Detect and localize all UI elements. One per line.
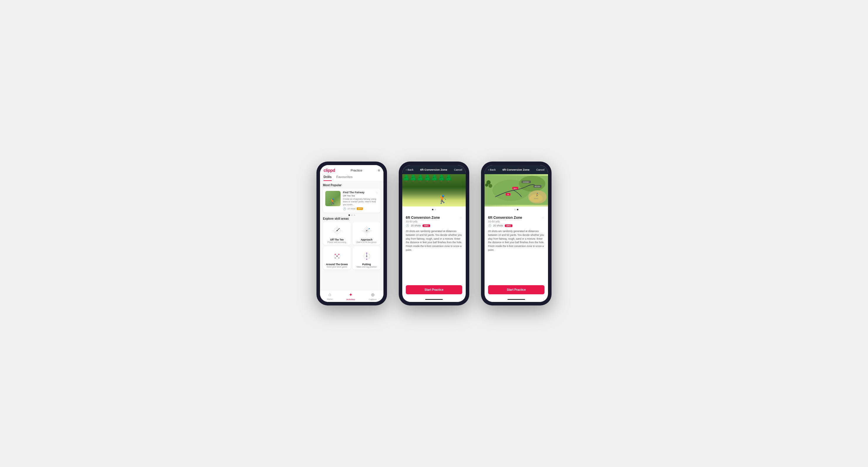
drill-title-2: 6ft Conversion Zone xyxy=(406,215,440,220)
detail-title-2: 6ft Conversion Zone xyxy=(420,168,447,171)
capture-label: Capture xyxy=(369,298,377,301)
tag-ott: OTT xyxy=(357,207,363,210)
favourite-icon[interactable]: ☆ xyxy=(375,191,378,194)
fav-icon-2[interactable]: ☆ xyxy=(460,216,462,220)
start-practice-button-3[interactable]: Start Practice xyxy=(488,285,545,294)
capture-icon: ⊕ xyxy=(371,292,375,298)
drill-yardage-2: 10-50 yds xyxy=(406,220,440,223)
svg-point-30 xyxy=(366,259,367,260)
off-tee-name: Off The Tee xyxy=(330,238,343,241)
approach-name: Approach xyxy=(361,238,373,241)
tag-arg-3: ARG xyxy=(505,224,513,227)
detail-meta-2: 🕐 20 shots ARG xyxy=(406,224,462,227)
course-map: Miss Hit FAIRWAY ROUGH SAND xyxy=(485,174,548,206)
back-chevron-icon-3: ‹ xyxy=(488,168,489,171)
svg-point-32 xyxy=(369,258,370,259)
dot-1 xyxy=(348,214,350,216)
home-label: Home xyxy=(327,298,333,300)
svg-point-37 xyxy=(519,176,546,192)
nav-home[interactable]: ⌂ Home xyxy=(327,292,333,301)
home-indicator-2 xyxy=(425,299,443,300)
back-button-3[interactable]: ‹ Back xyxy=(488,168,496,171)
nav-activities[interactable]: ✦ Activities xyxy=(346,292,355,301)
drill-meta: 🕐 10 shots OTT xyxy=(343,207,378,210)
detail-content-3: 6ft Conversion Zone 10-50 yds ☆ 🕐 20 sho… xyxy=(485,213,548,283)
skill-card-off-the-tee[interactable]: Off The Tee Power and accuracy xyxy=(323,222,351,245)
practice-title: Practice xyxy=(350,169,362,172)
drill-yardage-3: 10-50 yds xyxy=(488,220,522,223)
svg-text:ROUGH: ROUGH xyxy=(535,186,540,188)
svg-point-51 xyxy=(489,184,493,188)
tag-arg-2: ARG xyxy=(423,224,430,227)
svg-point-50 xyxy=(485,184,488,187)
drill-thumbnail: 🏌️ xyxy=(325,191,341,206)
cancel-button-2[interactable]: Cancel xyxy=(454,168,462,171)
back-label-2: Back xyxy=(408,168,413,171)
detail-dots-2 xyxy=(402,208,466,211)
phone-3-screen: ‹ Back 6ft Conversion Zone Cancel xyxy=(485,165,548,302)
around-green-desc: Hone your short game xyxy=(327,266,347,268)
drill-name: Find The Fairway xyxy=(343,191,378,194)
tab-favourites[interactable]: Favourites xyxy=(336,175,353,181)
top-bar: clippd Practice ≡ xyxy=(323,168,380,173)
drill-info: Find The Fairway Off The Tee Create an i… xyxy=(343,191,378,210)
svg-text:🏌️: 🏌️ xyxy=(535,193,539,197)
fav-icon-3[interactable]: ☆ xyxy=(542,216,545,220)
bottom-bar-3 xyxy=(485,297,548,302)
drill-desc: Create an imaginary fairway using trees … xyxy=(343,198,378,206)
svg-point-23 xyxy=(335,258,336,259)
off-tee-icon-area xyxy=(330,224,344,238)
dot-3 xyxy=(354,214,355,216)
tabs-row: Drills Favourites xyxy=(323,175,380,181)
skill-areas-title: Explore skill areas xyxy=(323,217,380,220)
golfer-icon: 🏌️ xyxy=(330,198,337,205)
phone-2-screen: ‹ Back 6ft Conversion Zone Cancel 🌲🌲🌲🌲🌲🌲… xyxy=(402,165,466,302)
detail-shots-3: 20 shots xyxy=(493,224,503,227)
svg-point-24 xyxy=(338,258,339,259)
around-green-icon-area xyxy=(330,249,344,262)
cancel-button-3[interactable]: Cancel xyxy=(536,168,545,171)
svg-text:Miss: Miss xyxy=(514,188,517,190)
activities-icon: ✦ xyxy=(349,292,352,298)
drill-photo-2: 🌲🌲🌲🌲🌲🌲🌲 🏌️ xyxy=(402,174,466,206)
tab-drills[interactable]: Drills xyxy=(323,175,332,181)
svg-text:Hit: Hit xyxy=(507,194,509,195)
phone-1: clippd Practice ≡ Drills Favourites Most… xyxy=(316,162,387,305)
phone1-content: Most Popular 🏌️ Find The Fairway Off The… xyxy=(320,181,383,290)
drill-title-3: 6ft Conversion Zone xyxy=(488,215,522,220)
detail-dot-3-1 xyxy=(514,209,516,210)
skill-card-approach[interactable]: Approach Dial-in to hit the green xyxy=(352,222,380,245)
skill-card-putting[interactable]: Putting Make and lag practice xyxy=(352,247,380,270)
skill-grid: Off The Tee Power and accuracy xyxy=(323,222,380,270)
svg-text:SAND: SAND xyxy=(534,198,538,199)
svg-text:FAIRWAY: FAIRWAY xyxy=(523,181,529,183)
skill-card-around-green[interactable]: Around The Green Hone your short game xyxy=(323,247,351,270)
trees-icon: 🌲🌲🌲🌲🌲🌲🌲 xyxy=(402,174,466,182)
nav-capture[interactable]: ⊕ Capture xyxy=(369,292,377,301)
activities-label: Activities xyxy=(346,298,355,301)
detail-dot-1 xyxy=(432,209,433,210)
course-map-svg: Miss Hit FAIRWAY ROUGH SAND xyxy=(485,174,548,206)
home-icon: ⌂ xyxy=(328,292,331,297)
back-button-2[interactable]: ‹ Back xyxy=(406,168,413,171)
detail-dot-2 xyxy=(435,209,436,210)
menu-icon[interactable]: ≡ xyxy=(378,168,380,172)
phone1-header: clippd Practice ≡ Drills Favourites xyxy=(320,165,383,181)
drill-shots: 10 shots xyxy=(347,207,355,210)
bottom-nav: ⌂ Home ✦ Activities ⊕ Capture xyxy=(320,290,383,302)
detail-dots-3 xyxy=(485,208,548,211)
around-green-name: Around The Green xyxy=(326,263,348,266)
svg-point-17 xyxy=(369,228,370,229)
detail-content-2: 6ft Conversion Zone 10-50 yds ☆ 🕐 20 sho… xyxy=(402,213,466,283)
approach-icon xyxy=(360,225,373,237)
back-label-3: Back xyxy=(490,168,496,171)
clock-icon: 🕐 xyxy=(343,207,346,210)
start-practice-button-2[interactable]: Start Practice xyxy=(406,285,462,294)
off-tee-desc: Power and accuracy xyxy=(328,241,346,243)
clock-icon-3: 🕐 xyxy=(488,224,491,227)
putting-icon-area xyxy=(360,249,374,262)
detail-dot-3-2 xyxy=(517,209,518,210)
back-chevron-icon: ‹ xyxy=(406,168,407,171)
drill-card-find-fairway[interactable]: 🏌️ Find The Fairway Off The Tee Create a… xyxy=(323,189,380,213)
phone-1-screen: clippd Practice ≡ Drills Favourites Most… xyxy=(320,165,383,302)
